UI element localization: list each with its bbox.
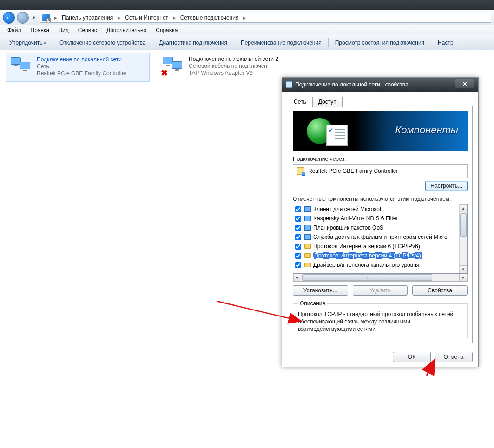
- scroll-right-button[interactable]: ►: [459, 274, 467, 281]
- component-icon: [304, 224, 311, 231]
- component-checkbox[interactable]: [295, 253, 301, 259]
- connect-using-label: Подключение через:: [293, 156, 468, 162]
- cmd-separator: [234, 38, 234, 47]
- component-row[interactable]: Клиент для сетей Microsoft: [293, 204, 459, 214]
- cmd-settings[interactable]: Настр: [432, 38, 459, 48]
- adapter-icon: [297, 167, 304, 175]
- component-checkbox[interactable]: [295, 234, 301, 240]
- breadcrumb-sep[interactable]: ▸: [52, 14, 60, 21]
- tab-network[interactable]: Сеть: [288, 97, 312, 107]
- breadcrumb-control-panel[interactable]: Панель управления: [62, 14, 113, 21]
- network-adapter-icon: ✖: [161, 56, 185, 78]
- connection-adapter: TAP-Windows Adapter V9: [189, 70, 278, 76]
- dialog-titlebar[interactable]: Подключение по локальной сети - свойства…: [282, 78, 478, 92]
- connection-status: Сетевой кабель не подключен: [189, 63, 278, 69]
- horizontal-scrollbar[interactable]: ◄ ►: [293, 274, 468, 282]
- menu-help[interactable]: Справка: [152, 26, 181, 34]
- scroll-up-button[interactable]: ▲: [460, 204, 467, 212]
- component-checkbox[interactable]: [295, 225, 301, 231]
- connection-title: Подключение по локальной сети: [37, 56, 126, 63]
- component-row[interactable]: Протокол Интернета версии 4 (TCP/IPv4): [293, 251, 459, 260]
- breadcrumb-sep[interactable]: ▸: [115, 14, 123, 21]
- connection-status: Сеть: [37, 63, 126, 70]
- cmd-view-status[interactable]: Просмотр состояния подключения: [329, 38, 430, 48]
- network-icon: [286, 81, 292, 88]
- cmd-diagnose[interactable]: Диагностика подключения: [153, 38, 233, 48]
- properties-button[interactable]: Свойства: [412, 285, 468, 296]
- nav-back-button[interactable]: ←: [3, 12, 15, 24]
- menu-edit[interactable]: Правка: [27, 26, 53, 34]
- nav-bar: ← → ▼ ⚙ ▸ Панель управления ▸ Сеть и Инт…: [0, 10, 494, 25]
- connection-title: Подключение по локальной сети 2: [189, 56, 278, 62]
- component-row[interactable]: Служба доступа к файлам и принтерам сете…: [293, 232, 459, 242]
- cancel-button[interactable]: Отмена: [435, 352, 473, 362]
- component-row[interactable]: Драйвер в/в тополога канального уровня: [293, 260, 459, 270]
- banner-text: Компоненты: [395, 124, 458, 136]
- cmd-separator: [431, 38, 431, 47]
- breadcrumb-network-connections[interactable]: Сетевые подключения: [180, 14, 239, 21]
- description-legend: Описание: [298, 300, 327, 307]
- menu-advanced[interactable]: Дополнительно: [103, 26, 150, 34]
- cmd-disable-device[interactable]: Отключение сетевого устройства: [54, 38, 151, 48]
- scroll-track[interactable]: [460, 212, 467, 265]
- component-icon: [304, 252, 311, 259]
- component-checkbox[interactable]: [295, 206, 301, 212]
- scroll-track[interactable]: [301, 274, 459, 281]
- component-icon: [304, 215, 311, 222]
- uninstall-button: Удалить: [353, 285, 408, 296]
- breadcrumb-sep[interactable]: ▸: [170, 14, 178, 21]
- scroll-thumb[interactable]: [302, 274, 432, 281]
- properties-dialog: Подключение по локальной сети - свойства…: [282, 77, 479, 367]
- component-icon: [304, 205, 311, 213]
- content-area: Подключение по локальной сети Сеть Realt…: [0, 50, 494, 448]
- checklist-icon: [326, 125, 348, 146]
- component-checkbox[interactable]: [295, 216, 301, 222]
- tab-access[interactable]: Доступ: [312, 97, 343, 107]
- tab-strip: Сеть Доступ: [288, 96, 473, 106]
- breadcrumb-sep[interactable]: ▸: [240, 14, 249, 21]
- network-adapter-icon: [9, 56, 33, 79]
- component-row[interactable]: Протокол Интернета версии 6 (TCP/IPv6): [293, 242, 459, 251]
- components-banner: Компоненты: [293, 111, 468, 151]
- menu-tools[interactable]: Сервис: [74, 26, 101, 34]
- dialog-title: Подключение по локальной сети - свойства: [295, 81, 408, 88]
- nav-forward-button[interactable]: →: [17, 12, 29, 24]
- component-label: Kaspersky Anti-Virus NDIS 6 Filter: [313, 215, 398, 222]
- component-row[interactable]: Kaspersky Anti-Virus NDIS 6 Filter: [293, 214, 459, 223]
- window-frame-top: [0, 0, 494, 10]
- scroll-left-button[interactable]: ◄: [293, 274, 301, 281]
- adapter-name: Realtek PCIe GBE Family Controller: [308, 168, 398, 174]
- vertical-scrollbar[interactable]: ▲ ▼: [459, 204, 467, 273]
- connection-item[interactable]: Подключение по локальной сети Сеть Realt…: [6, 53, 150, 82]
- configure-button[interactable]: Настроить...: [425, 181, 468, 191]
- component-label: Протокол Интернета версии 4 (TCP/IPv4): [313, 252, 422, 259]
- description-text: Протокол TCP/IP - стандартный протокол г…: [298, 310, 462, 333]
- component-label: Служба доступа к файлам и принтерам сете…: [313, 234, 448, 240]
- component-label: Протокол Интернета версии 6 (TCP/IPv6): [313, 243, 420, 250]
- component-checkbox[interactable]: [295, 262, 301, 268]
- component-label: Драйвер в/в тополога канального уровня: [313, 262, 419, 268]
- dialog-close-button[interactable]: ✕: [455, 79, 474, 88]
- nav-history-dropdown[interactable]: ▼: [31, 15, 37, 20]
- component-label: Планировщик пакетов QoS: [313, 224, 383, 231]
- menu-file[interactable]: Файл: [4, 26, 25, 34]
- scroll-down-button[interactable]: ▼: [460, 265, 467, 273]
- scroll-thumb[interactable]: [460, 213, 467, 237]
- command-bar: Упорядочить Отключение сетевого устройст…: [0, 35, 494, 50]
- component-row[interactable]: Планировщик пакетов QoS: [293, 223, 459, 232]
- description-group: Описание Протокол TCP/IP - стандартный п…: [293, 300, 468, 338]
- cmd-separator: [152, 38, 152, 47]
- menu-view[interactable]: Вид: [55, 26, 72, 34]
- tab-pane-network: Компоненты Подключение через: Realtek PC…: [288, 106, 473, 343]
- connection-item[interactable]: ✖ Подключение по локальной сети 2 Сетево…: [158, 53, 302, 81]
- components-list[interactable]: Клиент для сетей MicrosoftKaspersky Anti…: [293, 204, 468, 274]
- component-checkbox[interactable]: [295, 244, 301, 250]
- component-icon: [304, 261, 311, 269]
- menu-bar: Файл Правка Вид Сервис Дополнительно Спр…: [0, 25, 494, 35]
- breadcrumb-network-internet[interactable]: Сеть и Интернет: [125, 14, 168, 21]
- cmd-organize[interactable]: Упорядочить: [4, 38, 52, 48]
- ok-button[interactable]: ОК: [393, 352, 431, 362]
- address-bar[interactable]: ⚙ ▸ Панель управления ▸ Сеть и Интернет …: [40, 13, 491, 23]
- cmd-rename[interactable]: Переименование подключения: [235, 38, 327, 48]
- install-button[interactable]: Установить...: [293, 285, 348, 296]
